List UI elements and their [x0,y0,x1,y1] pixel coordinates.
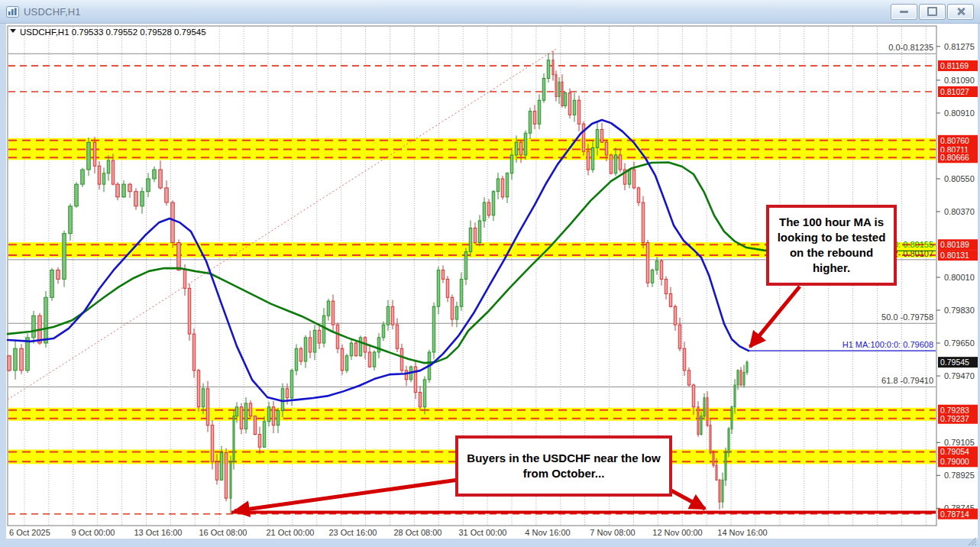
level-price-tag: 0.81169 [940,61,969,70]
current-price-tag: 0.79545 [940,358,969,367]
restore-icon [927,7,937,16]
level-price-tag: 0.78714 [940,510,969,519]
price-tick: 0.80910 [944,108,975,118]
level-price-tag: 0.80760 [940,136,969,145]
price-tick: 0.80550 [944,174,975,183]
ma-100-label: H1 MA:100:0:0: 0.79608 [843,340,933,349]
level-price-tag: 0.80131 [940,251,969,260]
time-tick: 4 Nov 16:00 [525,528,570,537]
window-title-bar[interactable]: USDCHF,H1 [0,0,980,24]
price-tick: 0.79830 [944,306,975,315]
level-price-tag: 0.79000 [940,457,969,466]
level-price-tag: 0.79054 [940,447,969,456]
price-tick: 0.80370 [944,207,975,216]
time-tick: 13 Oct 16:00 [134,528,183,537]
close-icon [956,7,965,16]
price-tick: 0.79650 [944,338,975,348]
level-price-tag: 0.80189 [940,240,969,249]
time-tick: 14 Nov 16:00 [717,528,767,537]
ohlc-readout: USDCHF,H1 0.79533 0.79552 0.79528 0.7954… [20,28,206,37]
time-tick: 28 Oct 08:00 [394,528,442,537]
time-tick: 31 Oct 00:00 [459,528,507,537]
time-tick: 6 Oct 2025 [9,528,50,537]
restore-button[interactable] [919,4,946,20]
time-tick: 7 Nov 08:00 [590,528,635,537]
price-tick: 0.79105 [944,438,975,447]
window-title: USDCHF,H1 [24,6,81,18]
annotation-ma-test-box[interactable]: The 100 hour MA is looking to be tested … [766,205,897,286]
time-tick: 21 Oct 00:00 [267,528,315,537]
fib-label: 0.0-0.81235 [888,43,933,52]
annotation-buyers-text: Buyers in the USDCHF near the low from O… [463,451,665,481]
fib-label: 50.0 -0.79758 [881,312,933,322]
time-tick: 12 Nov 00:00 [652,528,702,537]
annotation-ma-text: The 100 hour MA is looking to be tested … [774,215,889,276]
price-tick: 0.81090 [944,76,975,85]
fib-label: 61.8 -0.79410 [881,376,933,385]
price-tick: 0.81275 [944,42,975,51]
ohlc-header: USDCHF,H1 0.79533 0.79552 0.79528 0.7954… [10,28,206,37]
annotation-buyers-box[interactable]: Buyers in the USDCHF near the low from O… [455,435,672,497]
level-price-tag: 0.81027 [940,87,969,96]
price-tick: 0.78925 [944,471,975,480]
chart-icon [6,6,19,18]
time-tick: 23 Oct 16:00 [329,528,377,537]
price-tick: 0.79470 [944,371,975,380]
minimize-button[interactable] [891,4,917,20]
level-price-tag: 0.79237 [940,414,969,423]
minimize-icon [900,11,908,13]
time-tick: 16 Oct 08:00 [199,528,247,537]
level-price-tag: 0.80666 [940,153,969,162]
time-tick: 9 Oct 00:00 [72,528,115,537]
resize-grip [969,538,976,545]
close-button[interactable] [947,4,974,20]
price-tick: 0.80010 [944,273,975,282]
